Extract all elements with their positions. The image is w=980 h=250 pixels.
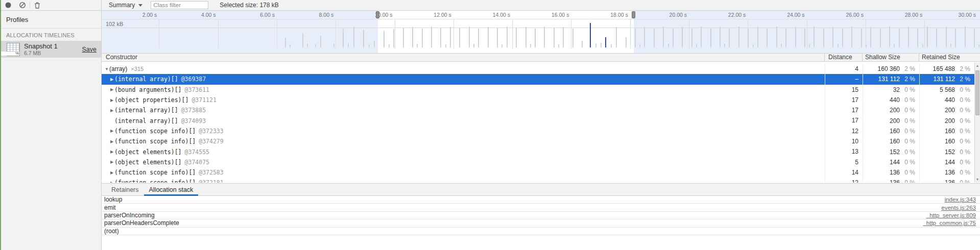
sidebar-title: Profiles bbox=[0, 11, 101, 29]
heap-object-row[interactable]: (internal array)[]@374093172000 %2000 % bbox=[102, 115, 974, 126]
allocation-bar bbox=[781, 44, 782, 47]
heap-object-row[interactable]: ▶(function scope info)[]@372181121360 %1… bbox=[102, 178, 974, 183]
heap-object-row[interactable]: ▶(internal array)[]@373885172000 %2000 % bbox=[102, 105, 974, 115]
shallow-size-percent: 2 % bbox=[900, 76, 919, 83]
heap-object-row[interactable]: ▶(function scope info)[]@372583141360 %1… bbox=[102, 167, 974, 178]
allocation-bar bbox=[955, 29, 956, 47]
heap-object-row[interactable]: ▶(function scope info)[]@374279101600 %1… bbox=[102, 136, 974, 146]
heap-object-row[interactable]: ▶(object elements)[]@374555131520 %1520 … bbox=[102, 146, 974, 157]
source-link[interactable]: index.js:343 bbox=[945, 196, 980, 203]
allocation-bar bbox=[525, 27, 527, 47]
sidebar-item-snapshot-1[interactable]: % Snapshot 1 6.7 MB Save bbox=[0, 41, 101, 58]
allocation-bar bbox=[880, 29, 881, 47]
allocation-bar bbox=[753, 44, 754, 47]
shallow-size-cell: 320 % bbox=[863, 85, 919, 95]
collapse-triangle-icon[interactable]: ▼ bbox=[104, 67, 109, 71]
column-header-distance[interactable]: Distance bbox=[825, 54, 863, 61]
expand-triangle-icon[interactable]: ▶ bbox=[109, 129, 114, 133]
tab-allocation-stack[interactable]: Allocation stack bbox=[144, 184, 199, 195]
clear-icon[interactable] bbox=[17, 1, 28, 10]
stack-frame-row[interactable]: (root) bbox=[102, 228, 980, 235]
expand-triangle-icon[interactable]: ▶ bbox=[109, 181, 114, 183]
column-header-constructor[interactable]: Constructor bbox=[102, 54, 825, 61]
class-filter-input[interactable] bbox=[151, 1, 208, 9]
allocation-bar bbox=[724, 44, 725, 47]
heap-object-row[interactable]: ▶(bound arguments)[]@37361115320 %5 5680… bbox=[102, 85, 974, 95]
allocation-bar bbox=[823, 29, 824, 47]
object-id: @372181 bbox=[199, 179, 223, 183]
retained-size-percent: 0 % bbox=[955, 159, 974, 166]
scroll-up-arrow-icon[interactable]: ▲ bbox=[975, 64, 980, 67]
shallow-size-value: 152 bbox=[863, 148, 900, 156]
allocation-bar bbox=[445, 44, 446, 47]
perspective-select[interactable]: Summary bbox=[109, 2, 142, 9]
expand-triangle-icon[interactable]: ▶ bbox=[109, 149, 114, 154]
allocation-bar bbox=[558, 44, 559, 47]
stack-frame-row[interactable]: parserOnHeadersComplete_http_common.js:7… bbox=[102, 219, 980, 227]
expand-triangle-icon[interactable]: ▶ bbox=[109, 87, 114, 92]
selection-grip-left[interactable] bbox=[376, 11, 379, 18]
allocation-bar bbox=[384, 31, 385, 47]
stack-frame-name: parserOnIncoming bbox=[102, 212, 926, 219]
column-header-retained-size[interactable]: Retained Size bbox=[919, 54, 974, 61]
vertical-scrollbar[interactable]: ▲ ▼ bbox=[974, 62, 980, 183]
heap-object-row[interactable]: ▶(object elements)[]@37407551440 %1440 % bbox=[102, 157, 974, 167]
allocation-bar bbox=[917, 29, 918, 47]
allocation-bar bbox=[343, 29, 344, 47]
distance-cell: 12 bbox=[825, 126, 863, 136]
source-link[interactable]: _http_common.js:75 bbox=[923, 220, 980, 226]
distance-cell: 17 bbox=[825, 105, 863, 115]
retained-size-cell: 2000 % bbox=[919, 115, 974, 126]
allocation-bar bbox=[535, 29, 536, 47]
object-id: @374279 bbox=[199, 138, 223, 145]
column-header-shallow-size[interactable]: Shallow Size bbox=[863, 54, 919, 61]
expand-triangle-icon[interactable]: ▶ bbox=[109, 160, 114, 164]
allocation-bar bbox=[767, 29, 768, 47]
source-link[interactable]: events.js:263 bbox=[941, 205, 980, 211]
heap-grid-header: Constructor Distance Shallow Size Retain… bbox=[102, 53, 980, 62]
ruler-tick-label: 28.00 s bbox=[883, 12, 922, 18]
retained-size-value: 152 bbox=[920, 148, 955, 156]
source-link[interactable]: _http_server.js:809 bbox=[926, 212, 980, 218]
selection-grip-right[interactable] bbox=[632, 11, 635, 18]
object-id: @371121 bbox=[192, 96, 216, 104]
stack-frame-row[interactable]: parserOnIncoming_http_server.js:809 bbox=[102, 212, 980, 219]
expand-triangle-icon[interactable]: ▶ bbox=[109, 77, 114, 82]
ruler-tick-label: 30.00 s bbox=[937, 12, 976, 18]
ruler-tick-label: 10.00 s bbox=[354, 12, 393, 18]
heap-object-row[interactable]: ▼(array)×3154160 3602 %165 4882 % bbox=[102, 64, 974, 74]
heap-object-row[interactable]: ▶(object properties)[]@371121174400 %440… bbox=[102, 95, 974, 105]
allocation-timeline-overview[interactable]: 102 kB 2.00 s4.00 s6.00 s8.00 s10.00 s12… bbox=[102, 11, 980, 53]
expand-triangle-icon[interactable]: ▶ bbox=[109, 170, 114, 175]
allocation-bar bbox=[748, 29, 749, 47]
allocation-bar bbox=[673, 29, 674, 47]
shallow-size-cell: 1600 % bbox=[863, 126, 919, 136]
scrollbar-thumb[interactable] bbox=[975, 70, 979, 115]
allocation-bar bbox=[417, 44, 418, 47]
expand-triangle-icon[interactable]: ▶ bbox=[109, 98, 114, 103]
toolbar-left-section bbox=[0, 0, 102, 10]
distance-cell: – bbox=[825, 74, 863, 84]
tab-retainers[interactable]: Retainers bbox=[106, 184, 144, 195]
expand-triangle-icon[interactable]: ▶ bbox=[109, 139, 114, 144]
shallow-size-value: 440 bbox=[863, 96, 900, 104]
heap-object-row[interactable]: ▶(function scope info)[]@372333121600 %1… bbox=[102, 126, 974, 136]
retained-size-value: 144 bbox=[920, 159, 955, 166]
expand-triangle-icon[interactable]: ▶ bbox=[109, 108, 114, 113]
devtools-memory-panel: Summary Selected size: 178 kB Profiles A… bbox=[0, 0, 980, 250]
heap-object-row-selected[interactable]: ▶(internal array)[]@369387–131 1122 %131… bbox=[102, 74, 974, 84]
allocation-bar bbox=[776, 27, 777, 47]
scroll-down-arrow-icon[interactable]: ▼ bbox=[975, 178, 980, 181]
stack-frame-row[interactable]: emitevents.js:263 bbox=[102, 204, 980, 211]
shallow-size-cell: 1600 % bbox=[863, 136, 919, 146]
trash-icon[interactable] bbox=[32, 1, 42, 10]
retained-size-value: 200 bbox=[920, 117, 955, 124]
save-link[interactable]: Save bbox=[82, 46, 97, 53]
record-icon[interactable] bbox=[3, 1, 13, 10]
stack-frame-row[interactable]: lookupindex.js:343 bbox=[102, 196, 980, 204]
allocation-bar bbox=[469, 27, 470, 47]
retained-size-value: 200 bbox=[920, 107, 955, 114]
retained-size-cell: 1600 % bbox=[919, 126, 974, 136]
allocation-bar bbox=[950, 44, 951, 47]
profiler-toolbar: Summary Selected size: 178 kB bbox=[0, 0, 980, 11]
